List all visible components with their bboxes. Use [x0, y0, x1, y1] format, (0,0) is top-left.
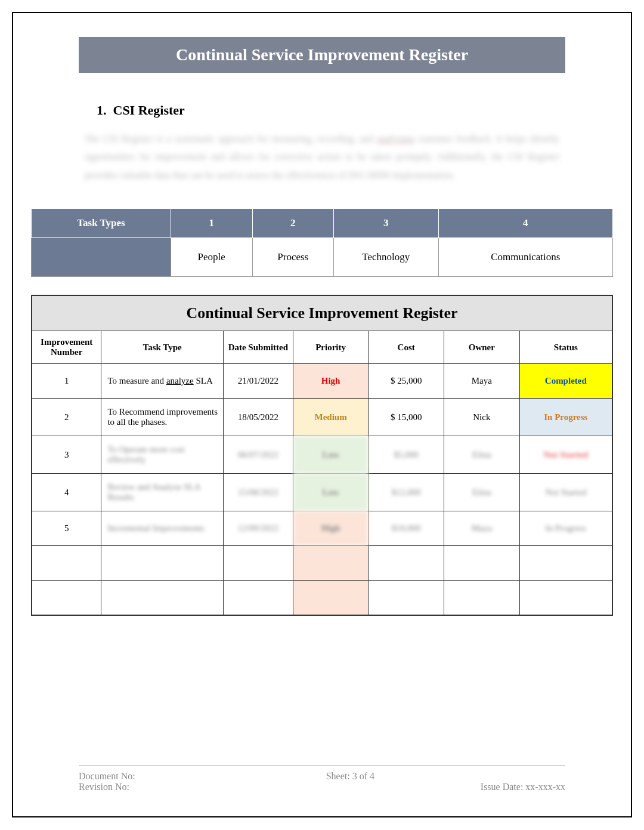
cell-status-blurred: In Progress — [519, 511, 612, 546]
task-types-col-3: 3 — [334, 209, 439, 238]
cell-priority-blurred: High — [293, 511, 369, 546]
page-title-bar: Continual Service Improvement Register — [79, 37, 565, 73]
cell-cost-blurred: $5,000 — [369, 436, 444, 474]
document-page: Continual Service Improvement Register 1… — [12, 12, 632, 817]
cell-number: 5 — [32, 511, 101, 546]
table-row-empty — [32, 546, 612, 581]
cell-cost: $ 25,000 — [369, 364, 444, 399]
task-type-technology: Technology — [334, 238, 439, 277]
task-types-empty — [32, 238, 171, 277]
col-cost: Cost — [369, 331, 444, 364]
cell-owner-blurred: Elina — [444, 436, 520, 474]
cell-owner: Maya — [444, 364, 520, 399]
section-number: 1. — [97, 103, 107, 118]
task-type-people: People — [171, 238, 253, 277]
cell-status: In Progress — [519, 399, 612, 436]
col-improvement-number: Improvement Number — [32, 331, 101, 364]
cell-date-blurred: 06/07/2022 — [223, 436, 293, 474]
cell-task-type-blurred: Review and Analyze SLA Results — [101, 474, 224, 511]
table-row: 1 To measure and analyze SLA 21/01/2022 … — [32, 364, 612, 399]
blurred-paragraph: The CSI Register is a systematic approac… — [85, 130, 559, 184]
cell-owner: Nick — [444, 399, 520, 436]
task-types-value-row: People Process Technology Communications — [32, 238, 613, 277]
footer-row-2: Revision No: Issue Date: xx-xxx-xx — [79, 782, 565, 792]
cell-cost: $ 15,000 — [369, 399, 444, 436]
task-types-col-4: 4 — [438, 209, 613, 238]
cell-task-type-blurred: Incremental Improvements — [101, 511, 224, 546]
footer-revision-no: Revision No: — [79, 782, 129, 792]
col-owner: Owner — [444, 331, 520, 364]
csi-register-table: Continual Service Improvement Register I… — [31, 295, 613, 616]
cell-cost-blurred: $12,000 — [369, 474, 444, 511]
task-types-header-row: Task Types 1 2 3 4 — [32, 209, 613, 238]
cell-date-blurred: 15/08/2022 — [223, 474, 293, 511]
col-priority: Priority — [293, 331, 369, 364]
cell-date: 18/05/2022 — [223, 399, 293, 436]
csi-header-row: Improvement Number Task Type Date Submit… — [32, 331, 612, 364]
cell-number: 1 — [32, 364, 101, 399]
csi-table-title: Continual Service Improvement Register — [32, 295, 612, 331]
task-types-col-2: 2 — [252, 209, 334, 238]
col-date-submitted: Date Submitted — [223, 331, 293, 364]
cell-owner-blurred: Maya — [444, 511, 520, 546]
footer-document-no: Document No: — [79, 771, 135, 782]
col-status: Status — [519, 331, 612, 364]
table-row: 5 Incremental Improvements 12/09/2022 Hi… — [32, 511, 612, 546]
cell-priority-blurred: Low — [293, 474, 369, 511]
section-title: CSI Register — [113, 103, 185, 118]
cell-task-type: To measure and analyze SLA — [101, 364, 224, 399]
cell-number: 4 — [32, 474, 101, 511]
cell-task-type: To Recommend improvements to all the pha… — [101, 399, 224, 436]
cell-priority: High — [293, 364, 369, 399]
section-heading: 1. CSI Register — [97, 103, 613, 118]
cell-priority-blurred: Low — [293, 436, 369, 474]
cell-date-blurred: 12/09/2022 — [223, 511, 293, 546]
col-task-type: Task Type — [101, 331, 224, 364]
table-row: 2 To Recommend improvements to all the p… — [32, 399, 612, 436]
table-row-empty — [32, 581, 612, 615]
task-types-header: Task Types — [32, 209, 171, 238]
footer-row-1: Document No: Sheet: 3 of 4 — [79, 771, 565, 782]
cell-status-blurred: Not Started — [519, 474, 612, 511]
footer-sheet: Sheet: 3 of 4 — [326, 771, 374, 782]
cell-priority: Medium — [293, 399, 369, 436]
task-types-col-1: 1 — [171, 209, 253, 238]
table-row: 4 Review and Analyze SLA Results 15/08/2… — [32, 474, 612, 511]
cell-cost-blurred: $10,000 — [369, 511, 444, 546]
cell-number: 2 — [32, 399, 101, 436]
task-type-communications: Communications — [438, 238, 613, 277]
task-type-process: Process — [252, 238, 334, 277]
cell-owner-blurred: Elina — [444, 474, 520, 511]
footer: Document No: Sheet: 3 of 4 Revision No: … — [79, 766, 565, 792]
csi-title-row: Continual Service Improvement Register — [32, 295, 612, 331]
cell-status: Completed — [519, 364, 612, 399]
table-row: 3 To Operate more cost effectively 06/07… — [32, 436, 612, 474]
cell-status-blurred: Not Started — [519, 436, 612, 474]
footer-issue-date: Issue Date: xx-xxx-xx — [481, 782, 565, 792]
cell-number: 3 — [32, 436, 101, 474]
cell-date: 21/01/2022 — [223, 364, 293, 399]
task-types-table: Task Types 1 2 3 4 People Process Techno… — [31, 208, 613, 277]
cell-task-type-blurred: To Operate more cost effectively — [101, 436, 224, 474]
